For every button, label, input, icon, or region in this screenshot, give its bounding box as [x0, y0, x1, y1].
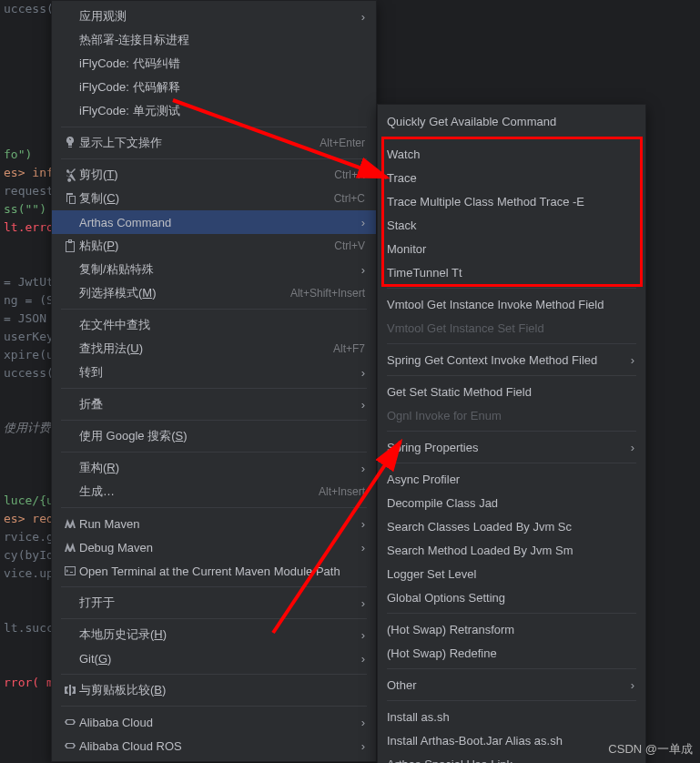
menu-item[interactable]: 转到› — [52, 361, 376, 384]
chevron-right-icon: › — [361, 628, 365, 642]
menu-item-label: 显示上下文操作 — [79, 135, 309, 151]
submenu-item[interactable]: Async Profiler — [378, 467, 645, 491]
scissors-icon — [63, 168, 77, 182]
submenu-item[interactable]: Watch — [378, 142, 645, 166]
submenu-item[interactable]: Global Options Setting — [378, 585, 645, 609]
menu-item-label: 热部署-连接目标进程 — [79, 32, 365, 48]
menu-item-label: 复制/粘贴特殊 — [79, 261, 354, 278]
chevron-right-icon: › — [361, 541, 365, 554]
submenu-item[interactable]: Trace Multiple Class Method Trace -E — [378, 189, 645, 213]
menu-item[interactable]: 应用观测› — [52, 5, 376, 28]
menu-item[interactable]: 剪切(T)Ctrl+X — [52, 163, 376, 187]
submenu-item[interactable]: Logger Set Level — [378, 562, 645, 585]
submenu-item[interactable]: Stack — [378, 213, 645, 237]
shortcut: Ctrl+V — [334, 239, 365, 252]
submenu-item[interactable]: TimeTunnel Tt — [378, 260, 645, 284]
menu-item-label: 折叠 — [79, 396, 354, 412]
chevron-right-icon: › — [361, 462, 365, 475]
ali-icon — [63, 715, 77, 729]
menu-item[interactable]: 复制(C)Ctrl+C — [52, 187, 376, 210]
menu-item-label: 与剪贴板比较(B) — [79, 682, 365, 698]
menu-item[interactable]: 与剪贴板比较(B) — [52, 678, 376, 702]
chevron-right-icon: › — [361, 739, 365, 753]
submenu-item-label: Other — [387, 678, 624, 692]
menu-item[interactable]: 粘贴(P)Ctrl+V — [52, 234, 376, 258]
submenu-item[interactable]: (Hot Swap) Retransform — [378, 617, 645, 641]
separator — [61, 507, 367, 508]
menu-item-label: Alibaba Cloud — [79, 716, 354, 729]
separator — [61, 158, 367, 159]
submenu-item[interactable]: Monitor — [378, 237, 645, 260]
submenu-item[interactable]: Install as.sh — [378, 705, 645, 728]
chevron-right-icon: › — [631, 678, 634, 692]
menu-item-label: Run Maven — [79, 517, 354, 531]
menu-item-label: 列选择模式(M) — [79, 285, 279, 301]
submenu-item-label: Arthas Special Use Link — [387, 758, 634, 764]
menu-item[interactable]: iFlyCode: 代码解释 — [52, 76, 376, 99]
submenu-item[interactable]: Spring Properties› — [378, 435, 645, 459]
submenu-item[interactable]: Search Method Loaded By Jvm Sm — [378, 538, 645, 562]
submenu-item-label: Logger Set Level — [387, 567, 634, 581]
submenu-item-label: Search Classes Loaded By Jvm Sc — [387, 520, 634, 534]
separator — [387, 463, 636, 463]
shortcut: Ctrl+X — [334, 168, 365, 181]
submenu-item[interactable]: Arthas Special Use Link — [378, 752, 645, 763]
menu-item[interactable]: 本地历史记录(H)› — [52, 623, 376, 646]
submenu-item[interactable]: Other› — [378, 673, 645, 697]
submenu-item[interactable]: Get Set Static Method Field — [378, 380, 645, 403]
separator — [61, 674, 367, 675]
icon-slot — [61, 683, 79, 697]
menu-item-label: 本地历史记录(H) — [79, 626, 354, 643]
menu-item[interactable]: 热部署-连接目标进程 — [52, 28, 376, 52]
menu-item[interactable]: Git(G)› — [52, 646, 376, 670]
menu-item[interactable]: 打开于› — [52, 591, 376, 615]
icon-slot — [61, 516, 79, 531]
separator — [387, 137, 636, 138]
menu-item[interactable]: Alibaba Cloud› — [52, 710, 376, 734]
menu-item[interactable]: 折叠› — [52, 392, 376, 416]
menu-item[interactable]: 重构(R)› — [52, 456, 376, 480]
menu-item-label: 剪切(T) — [79, 167, 323, 183]
menu-item[interactable]: Open Terminal at the Current Maven Modul… — [52, 559, 376, 583]
submenu-item[interactable]: Decompile Class Jad — [378, 491, 645, 514]
chevron-right-icon: › — [361, 10, 365, 24]
submenu-item[interactable]: Install Arthas-Boot.Jar Alias as.sh — [378, 728, 645, 752]
chevron-right-icon: › — [361, 517, 365, 531]
menu-item[interactable]: Alibaba Cloud ROS› — [52, 734, 376, 758]
menu-item-label: 重构(R) — [79, 460, 354, 476]
menu-item[interactable]: 查找用法(U)Alt+F7 — [52, 337, 376, 361]
submenu-item-label: Spring Properties — [387, 441, 624, 454]
submenu-item[interactable]: Vmtool Get Instance Invoke Method Field — [378, 292, 645, 316]
menu-item[interactable]: 列选择模式(M)Alt+Shift+Insert — [52, 281, 376, 305]
submenu-item-label: Monitor — [387, 242, 634, 256]
separator — [387, 613, 636, 614]
menu-item[interactable]: 在文件中查找 — [52, 313, 376, 337]
submenu-item[interactable]: Spring Get Context Invoke Method Filed› — [378, 348, 645, 371]
menu-item-label: Debug Maven — [79, 541, 354, 554]
separator — [61, 420, 367, 421]
menu-item[interactable]: Arthas Command› — [52, 210, 376, 234]
menu-item[interactable]: 生成…Alt+Insert — [52, 480, 376, 504]
menu-item-label: iFlyCode: 单元测试 — [79, 103, 365, 119]
menu-item[interactable]: 复制/粘贴特殊› — [52, 258, 376, 281]
menu-item[interactable]: Run Maven› — [52, 512, 376, 535]
chevron-right-icon: › — [361, 366, 365, 380]
menu-item[interactable]: 显示上下文操作Alt+Enter — [52, 131, 376, 155]
bulb-icon — [63, 136, 77, 150]
menu-item-label: 打开于 — [79, 595, 354, 611]
submenu-header-label: Quickly Get Available Command — [387, 115, 634, 128]
submenu-item[interactable]: Trace — [378, 166, 645, 189]
submenu-item-label: Watch — [387, 148, 634, 161]
submenu-item-label: Stack — [387, 219, 634, 232]
chevron-right-icon: › — [361, 652, 365, 666]
menu-item[interactable]: 使用 Google 搜索(S) — [52, 424, 376, 448]
menu-item[interactable]: iFlyCode: 代码纠错 — [52, 52, 376, 76]
separator — [61, 706, 367, 707]
submenu-item-label: Trace Multiple Class Method Trace -E — [387, 195, 634, 209]
shortcut: Alt+F7 — [333, 342, 365, 355]
submenu-item[interactable]: Search Classes Loaded By Jvm Sc — [378, 514, 645, 538]
terminal-icon — [63, 564, 77, 578]
menu-item[interactable]: iFlyCode: 单元测试 — [52, 99, 376, 123]
submenu-item[interactable]: (Hot Swap) Redefine — [378, 641, 645, 665]
menu-item[interactable]: Debug Maven› — [52, 535, 376, 559]
